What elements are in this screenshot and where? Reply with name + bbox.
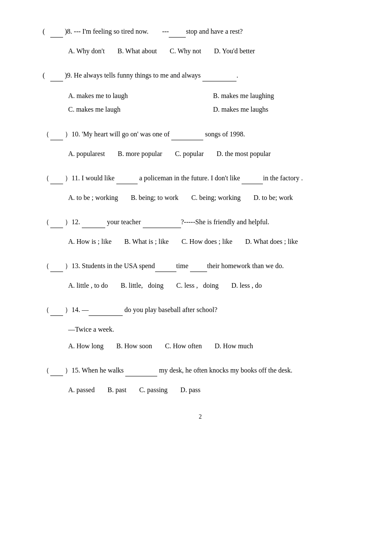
answer-box-13[interactable]	[50, 260, 63, 272]
options-row-10: A. popularest B. more popular C. popular…	[43, 148, 358, 160]
answer-box-10[interactable]	[50, 129, 63, 140]
option-8a[interactable]: A. Why don't	[68, 45, 105, 58]
option-8d[interactable]: D. You'd better	[214, 45, 255, 58]
option-9b[interactable]: B. makes me laughing	[213, 89, 358, 103]
question-text-9: )9. He always tells funny things to me a…	[65, 69, 358, 81]
option-14c[interactable]: C. How often	[165, 340, 202, 353]
answer-box-9[interactable]	[50, 70, 63, 81]
option-12c[interactable]: C. How does ; like	[182, 236, 233, 248]
option-15c[interactable]: C. passing	[139, 384, 168, 396]
open-bracket-13: （	[43, 260, 49, 272]
answer-box-8[interactable]	[50, 26, 63, 38]
option-9c[interactable]: C. makes me laugh	[68, 103, 213, 116]
question-text-14: ）14. — do you play baseball after school…	[65, 304, 358, 316]
question-11: （ ）11. I would like a policeman in the f…	[43, 172, 358, 204]
options-row-9: A. makes me to laugh B. makes me laughin…	[43, 89, 358, 116]
answer-box-12[interactable]	[50, 217, 63, 228]
option-12b[interactable]: B. What is ; like	[124, 236, 169, 248]
option-11b[interactable]: B. being; to work	[131, 192, 179, 204]
question-12: （ ）12. your teacher ?-----She is friendl…	[43, 216, 358, 248]
question-8: ( )8. --- I'm feeling so tired now. --- …	[43, 26, 358, 58]
option-15a[interactable]: A. passed	[68, 384, 95, 396]
answer-box-11[interactable]	[50, 173, 63, 184]
option-10b[interactable]: B. more popular	[118, 148, 162, 160]
question-text-13: ）13. Students in the USA spend time thei…	[65, 260, 358, 272]
question-14: （ ）14. — do you play baseball after scho…	[43, 304, 358, 353]
question-text-10: ）10. 'My heart will go on' was one of so…	[65, 128, 358, 140]
answer-box-14[interactable]	[50, 304, 63, 316]
answer-box-15[interactable]	[50, 365, 63, 376]
option-14b[interactable]: B. How soon	[116, 340, 152, 353]
option-15b[interactable]: B. past	[107, 384, 126, 396]
open-bracket-14: （	[43, 304, 49, 315]
option-11d[interactable]: D. to be; work	[254, 192, 293, 204]
option-12d[interactable]: D. What does ; like	[245, 236, 298, 248]
option-10d[interactable]: D. the most popular	[216, 148, 271, 160]
option-14a[interactable]: A. How long	[68, 340, 104, 353]
question-9: ( )9. He always tells funny things to me…	[43, 69, 358, 116]
option-13d[interactable]: D. less , do	[231, 280, 262, 292]
option-15d[interactable]: D. pass	[180, 384, 200, 396]
option-11c[interactable]: C. being; working	[191, 192, 241, 204]
open-bracket-12: （	[43, 217, 49, 228]
open-bracket-9: (	[43, 70, 49, 81]
question-10: （ ）10. 'My heart will go on' was one of …	[43, 128, 358, 160]
option-9d[interactable]: D. makes me laughs	[213, 103, 358, 116]
question-text-12: ）12. your teacher ?-----She is friendly …	[65, 216, 358, 228]
option-12a[interactable]: A. How is ; like	[68, 236, 112, 248]
option-10a[interactable]: A. popularest	[68, 148, 105, 160]
options-row-11: A. to be ; working B. being; to work C. …	[43, 192, 358, 204]
open-bracket-8: (	[43, 26, 49, 37]
options-row-14: A. How long B. How soon C. How often D. …	[43, 340, 358, 353]
option-8b[interactable]: B. What about	[118, 45, 157, 58]
option-9a[interactable]: A. makes me to laugh	[68, 89, 213, 103]
options-row-12: A. How is ; like B. What is ; like C. Ho…	[43, 236, 358, 248]
sub-answer-14: —Twice a week.	[43, 324, 358, 336]
options-row-13: A. little , to do B. little, doing C. le…	[43, 280, 358, 292]
option-8c[interactable]: C. Why not	[170, 45, 201, 58]
option-11a[interactable]: A. to be ; working	[68, 192, 118, 204]
question-13: （ ）13. Students in the USA spend time th…	[43, 260, 358, 292]
option-10c[interactable]: C. popular	[175, 148, 204, 160]
option-14d[interactable]: D. How much	[215, 340, 253, 353]
page-number: 2	[43, 413, 358, 420]
question-text-8: )8. --- I'm feeling so tired now. --- st…	[65, 26, 358, 38]
options-row-15: A. passed B. past C. passing D. pass	[43, 384, 358, 396]
question-text-11: ）11. I would like a policeman in the fut…	[65, 172, 358, 184]
question-text-15: ）15. When he walks my desk, he often kno…	[65, 364, 358, 376]
option-13a[interactable]: A. little , to do	[68, 280, 108, 292]
open-bracket-15: （	[43, 365, 49, 376]
open-bracket-11: （	[43, 173, 49, 184]
options-row-8: A. Why don't B. What about C. Why not D.…	[43, 45, 358, 58]
option-13c[interactable]: C. less , doing	[176, 280, 219, 292]
option-13b[interactable]: B. little, doing	[121, 280, 163, 292]
question-15: （ ）15. When he walks my desk, he often k…	[43, 364, 358, 396]
open-bracket-10: （	[43, 129, 49, 140]
